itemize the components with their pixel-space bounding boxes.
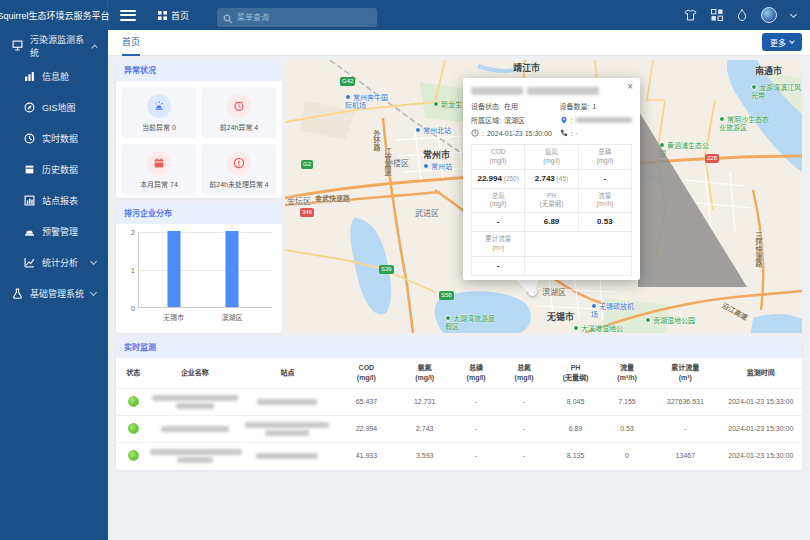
tab-home[interactable]: 首页: [122, 30, 140, 56]
status-card-label: 当前异常 0: [142, 122, 176, 132]
status-card[interactable]: 前24h异常 4: [202, 87, 276, 138]
table-cell: 2024-01-23 15:30:00: [720, 442, 802, 469]
info-label: 所属区域:: [471, 115, 501, 125]
status-dot-green: [128, 450, 139, 461]
y-axis-tick: 2: [131, 229, 135, 236]
table-cell: 2024-01-23 15:33:00: [720, 388, 802, 415]
column-header: 流量(m³/h): [603, 358, 651, 388]
table-cell: -: [452, 415, 500, 442]
column-header: 累计流量(m³): [651, 358, 720, 388]
popup-info: 设备状态:在用设备数量:1所属区域:滨湖区::2024-01-23 15:30:…: [471, 101, 632, 138]
reading-value: -: [472, 257, 525, 276]
hamburger-menu-icon[interactable]: [120, 10, 136, 21]
table-cell: [239, 415, 335, 442]
popup-tail: [507, 279, 543, 301]
y-axis-tick: 0: [131, 305, 135, 312]
search-input[interactable]: [217, 8, 377, 27]
grid-icon: [158, 11, 167, 20]
status-dot-green: [128, 423, 139, 434]
column-header: 总磷(mg/l): [452, 358, 500, 388]
map-label-city: 无锡市: [547, 310, 574, 323]
app-logo: Squirrel生态环境云服务平台: [0, 0, 108, 30]
table-cell: [239, 388, 335, 415]
sidebar: 污染源监测系统信息舱GIS地图实时数据历史数据站点报表预警管理统计分析基础管理系…: [0, 30, 108, 540]
reading-value: [525, 257, 632, 276]
status-card[interactable]: 前24h未处理异常 4: [202, 144, 276, 195]
redacted-text: [245, 422, 329, 428]
column-header: 企业名称: [150, 358, 239, 388]
siren-icon: [147, 94, 171, 118]
table-row[interactable]: 41.9333.593--8.1350134672024-01-23 15:30…: [116, 442, 802, 469]
sidebar-item-monitor[interactable]: 污染源监测系统: [0, 30, 108, 61]
close-icon[interactable]: ×: [627, 81, 633, 92]
redacted-text: [265, 430, 309, 436]
road-number-badge: S58: [439, 291, 454, 300]
gis-map[interactable]: 靖江市南通市常州市无锡市钟楼区武进区金坛区滨湖区新龙生态林黄泗浦生态公园龙游湾滨…: [285, 60, 802, 333]
sidebar-item-label: GIS地图: [42, 101, 76, 114]
info-label: :: [571, 130, 573, 137]
realtime-icon: [24, 133, 35, 144]
table-cell: 8.135: [548, 442, 603, 469]
popup-title-redacted: [471, 87, 632, 95]
y-axis-tick: 1: [131, 267, 135, 274]
status-card[interactable]: 当前异常 0: [122, 87, 196, 138]
sidebar-item-overview[interactable]: 信息舱: [0, 61, 108, 92]
table-cell: -: [500, 442, 548, 469]
status-dot-green: [128, 396, 139, 407]
sidebar-item-report[interactable]: 站点报表: [0, 185, 108, 216]
status-card-label: 前24h异常 4: [220, 122, 259, 132]
road-number-badge: G2: [301, 160, 313, 169]
reading-header: 流量(m³/h): [579, 189, 632, 214]
info-value: 在用: [504, 101, 518, 111]
breadcrumb[interactable]: 首页: [158, 9, 189, 22]
info-label: :: [571, 117, 573, 124]
chevron-down-icon[interactable]: [790, 10, 797, 17]
table-row[interactable]: 22.9942.743--6.890.53-2024-01-23 15:30:0…: [116, 415, 802, 442]
column-header: PH(无量纲): [548, 358, 603, 388]
column-header: 氨氮(mg/l): [397, 358, 452, 388]
bar-chart: 210无锡市滨湖区: [116, 224, 282, 332]
table-cell: 2024-01-23 15:30:00: [720, 415, 802, 442]
status-card-label: 前24h未处理异常 4: [209, 179, 269, 189]
sidebar-item-stats[interactable]: 统计分析: [0, 247, 108, 278]
sidebar-item-label: 实时数据: [42, 132, 78, 145]
map-label-poi-blue: 常州北站: [415, 127, 463, 135]
table-cell: 41.933: [336, 442, 398, 469]
popup-info-row: :2024-01-23 15:30:00: [471, 129, 560, 138]
table-cell: 0: [603, 442, 651, 469]
redacted-text: [471, 87, 523, 95]
flame-icon[interactable]: [737, 9, 747, 21]
redacted-text: [150, 449, 242, 455]
table-cell: -: [452, 388, 500, 415]
sidebar-item-history[interactable]: 历史数据: [0, 154, 108, 185]
redacted-text: [161, 426, 229, 432]
poi-dot-icon: [659, 142, 665, 148]
reading-header: [525, 232, 632, 257]
table-row[interactable]: 65.43712.731--8.0457.155327636.5312024-0…: [116, 388, 802, 415]
alert-icon: [24, 226, 35, 237]
sidebar-item-alert[interactable]: 预警管理: [0, 216, 108, 247]
map-label-poi-green: 贡湖湿地公园: [645, 317, 699, 325]
sidebar-item-gis[interactable]: GIS地图: [0, 92, 108, 123]
more-button[interactable]: 更多: [762, 33, 802, 51]
status-card[interactable]: 本月异常 74: [122, 144, 196, 195]
chevron-up-icon: [90, 44, 97, 51]
sidebar-item-base[interactable]: 基础管理系统: [0, 278, 108, 309]
top-bar: Squirrel生态环境云服务平台 首页: [0, 0, 810, 30]
popup-info-row: 所属区域:滨湖区: [471, 115, 560, 125]
theme-skin-icon[interactable]: [684, 9, 697, 21]
reading-value: -: [472, 213, 525, 232]
table-cell: 8.045: [548, 388, 603, 415]
sidebar-item-realtime[interactable]: 实时数据: [0, 123, 108, 154]
enterprise-distribution-panel: 排污企业分布 210无锡市滨湖区: [116, 203, 282, 333]
app-root: Squirrel生态环境云服务平台 首页: [0, 0, 810, 540]
reading-header: 总氮(mg/l): [472, 189, 525, 214]
column-header: 总氮(mg/l): [500, 358, 548, 388]
overview-icon: [24, 71, 35, 82]
phone-icon: [560, 129, 568, 138]
road-number-badge: G42: [340, 77, 355, 86]
table-cell: 3.593: [397, 442, 452, 469]
map-label-road-v: 外环路: [371, 130, 381, 151]
layout-icon[interactable]: [711, 9, 723, 21]
user-avatar[interactable]: [761, 7, 777, 23]
